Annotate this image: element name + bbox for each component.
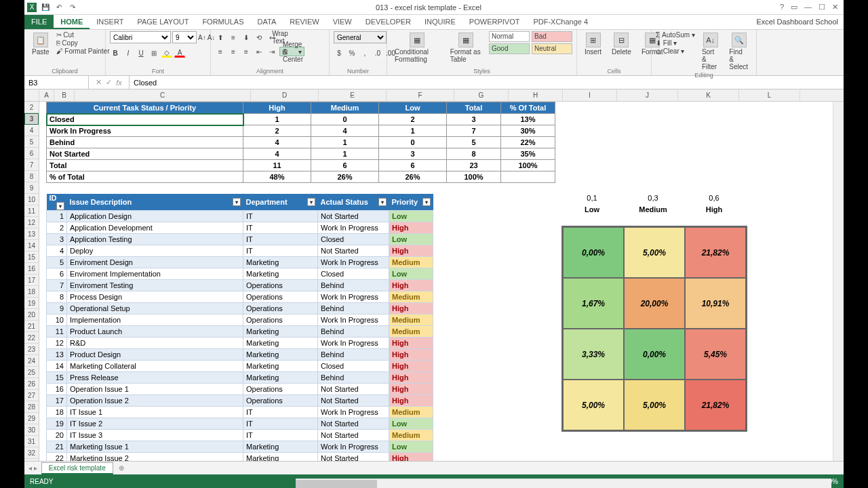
tab-review[interactable]: REVIEW	[283, 15, 326, 29]
fill-button[interactable]: ⬇ Fill ▾	[656, 39, 695, 47]
col-header[interactable]: L	[739, 89, 800, 101]
col-header[interactable]: A	[39, 89, 54, 101]
tab-formulas[interactable]: FORMULAS	[195, 15, 250, 29]
ribbon-opts-icon[interactable]: ▭	[791, 3, 797, 12]
row-header[interactable]: 16	[24, 263, 39, 274]
row-header[interactable]: 9	[24, 182, 39, 194]
row-header[interactable]: 11	[24, 205, 39, 217]
row-header[interactable]: 6	[24, 148, 39, 159]
align-left-icon[interactable]: ≡	[215, 47, 226, 56]
tab-view[interactable]: VIEW	[326, 15, 359, 29]
col-header[interactable]: H	[509, 89, 563, 101]
cancel-formula-icon[interactable]: ✕	[96, 78, 102, 87]
row-header[interactable]: 26	[24, 378, 39, 390]
summary-table[interactable]: Current Task Status / PriorityHighMedium…	[46, 102, 555, 183]
border-icon[interactable]: ⊞	[149, 48, 159, 58]
clear-button[interactable]: ◇ Clear ▾	[656, 47, 695, 55]
currency-icon[interactable]: $	[334, 48, 344, 58]
formula-input[interactable]: Closed	[130, 79, 844, 87]
increase-font-icon[interactable]: A↑	[198, 34, 206, 41]
paste-button[interactable]: 📋Paste	[28, 31, 53, 57]
col-header[interactable]: K	[678, 89, 739, 101]
row-header[interactable]: 13	[24, 228, 39, 240]
row-header[interactable]: 24	[24, 355, 39, 367]
col-header[interactable]: F	[387, 89, 454, 101]
row-header[interactable]: 4	[24, 125, 39, 136]
indent-dec-icon[interactable]: ⇤	[254, 47, 264, 56]
maximize-icon[interactable]: ☐	[818, 3, 825, 12]
style-normal[interactable]: Normal	[489, 31, 530, 42]
row-header[interactable]: 33	[24, 459, 39, 461]
tab-file[interactable]: FILE	[24, 15, 54, 29]
delete-cells-button[interactable]: ⊟Delete	[608, 31, 635, 57]
align-center-icon[interactable]: ≡	[228, 47, 239, 56]
col-header[interactable]: I	[563, 89, 617, 101]
row-header[interactable]: 10	[24, 194, 39, 205]
row-header[interactable]: 17	[24, 274, 39, 286]
sort-filter-button[interactable]: A↓Sort & Filter	[698, 31, 722, 72]
merge-center-button[interactable]: ⊟ Merge & Center ▾	[279, 47, 304, 56]
dashboard-school-link[interactable]: Excel Dashboard School	[751, 15, 844, 29]
row-header[interactable]: 31	[24, 436, 39, 447]
cut-button[interactable]: ✂ Cut	[56, 31, 110, 39]
row-header[interactable]: 7	[24, 159, 39, 171]
row-header[interactable]: 2	[24, 102, 39, 113]
minimize-icon[interactable]: —	[804, 3, 812, 12]
style-bad[interactable]: Bad	[532, 31, 572, 42]
format-as-table-button[interactable]: ▦Format as Table	[447, 31, 486, 64]
tab-insert[interactable]: INSERT	[90, 15, 130, 29]
redo-icon[interactable]: ↷	[68, 3, 77, 12]
row-header[interactable]: 22	[24, 332, 39, 344]
horizontal-scrollbar[interactable]	[296, 479, 831, 488]
autosum-button[interactable]: Σ AutoSum ▾	[656, 31, 695, 39]
row-header[interactable]: 15	[24, 251, 39, 263]
row-header[interactable]: 25	[24, 367, 39, 378]
row-header[interactable]: 19	[24, 298, 39, 309]
conditional-formatting-button[interactable]: ▦Conditional Formatting	[391, 31, 443, 64]
name-box[interactable]: B3	[24, 76, 89, 89]
font-name-select[interactable]: Calibri	[110, 31, 171, 43]
tab-data[interactable]: DATA	[251, 15, 283, 29]
tab-inquire[interactable]: INQUIRE	[418, 15, 462, 29]
inc-decimal-icon[interactable]: .0	[372, 48, 383, 58]
row-header[interactable]: 21	[24, 321, 39, 332]
col-header[interactable]: C	[75, 89, 251, 101]
tab-developer[interactable]: DEVELOPER	[359, 15, 418, 29]
row-header[interactable]: 23	[24, 344, 39, 355]
italic-icon[interactable]: I	[123, 48, 134, 58]
row-header[interactable]: 30	[24, 424, 39, 436]
copy-button[interactable]: ⎘ Copy	[56, 39, 110, 47]
style-good[interactable]: Good	[489, 43, 530, 54]
row-header[interactable]: 3	[24, 113, 39, 125]
vertical-scrollbar[interactable]	[833, 102, 844, 461]
row-header[interactable]: 27	[24, 390, 39, 401]
find-select-button[interactable]: 🔍Find & Select	[726, 31, 752, 72]
percent-icon[interactable]: %	[347, 48, 357, 58]
col-header[interactable]: B	[54, 89, 75, 101]
align-top-icon[interactable]: ⬆	[215, 33, 226, 42]
fill-color-icon[interactable]: ◇	[161, 48, 172, 58]
row-header[interactable]: 12	[24, 217, 39, 228]
format-painter-button[interactable]: 🖌 Format Painter	[56, 47, 110, 55]
font-color-icon[interactable]: A	[174, 48, 185, 58]
align-mid-icon[interactable]: ≡	[228, 33, 239, 42]
tab-powerpivot[interactable]: POWERPIVOT	[462, 15, 527, 29]
style-neutral[interactable]: Neutral	[532, 43, 572, 54]
tab-home[interactable]: HOME	[54, 15, 90, 29]
enter-formula-icon[interactable]: ✓	[106, 78, 112, 87]
col-header[interactable]: G	[454, 89, 509, 101]
sheet-tab[interactable]: Excel risk template	[41, 462, 113, 474]
comma-icon[interactable]: ,	[359, 48, 370, 58]
underline-icon[interactable]: U	[136, 48, 146, 58]
align-bot-icon[interactable]: ⬇	[241, 33, 252, 42]
row-header[interactable]: 20	[24, 309, 39, 321]
worksheet-grid[interactable]: ABCDEFGHIJKL 234567891011121314151617181…	[24, 89, 844, 461]
save-icon[interactable]: 💾	[41, 3, 50, 12]
col-header[interactable]: E	[319, 89, 387, 101]
col-header[interactable]: D	[251, 89, 319, 101]
indent-inc-icon[interactable]: ⇥	[267, 47, 277, 56]
font-size-select[interactable]: 9	[172, 31, 197, 43]
col-header[interactable]: J	[617, 89, 678, 101]
sheet-nav-icon[interactable]: ◂ ▸	[24, 464, 41, 472]
issues-table[interactable]: ID▾Issue Description▾Department▾Actual S…	[46, 194, 433, 461]
